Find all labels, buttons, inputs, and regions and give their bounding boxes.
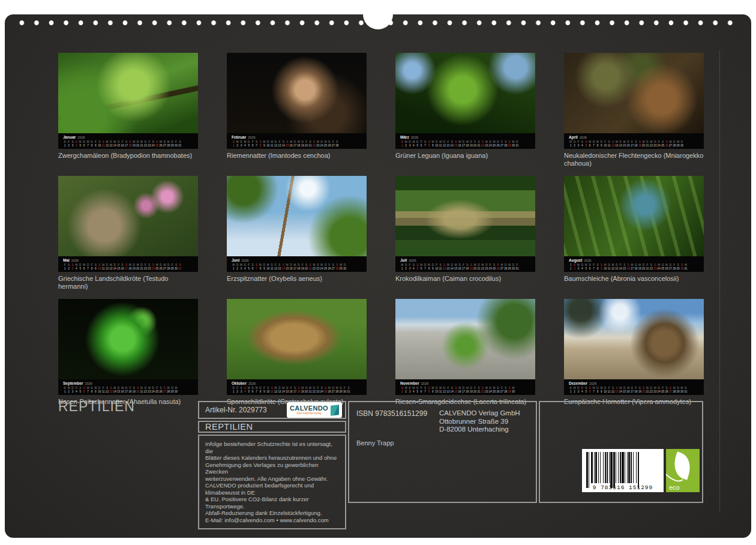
ean-barcode: 9 783516 151299 [582,449,664,492]
mini-calendar-strip: Januar2026 DFSSMDMDFSSMDMDFSSMDMDFSSMDMD… [58,133,198,149]
month-thumbnail: März2026 SMDMDFSSMDMDFSSMDMDFSSMDMDFSSMD… [395,53,535,167]
weekday-row: FSSMDMDFSSMDMDFSSMDMDFSSMDMDFSS [63,263,193,266]
mini-calendar-header: Juni2026 [232,258,362,263]
mini-calendar-header: Juli2026 [400,258,530,263]
month-label: Mai [63,258,70,262]
barcode-bars [586,452,659,483]
weekday-row: SSMDMDFSSMDMDFSSMDMDFSSMDMDFSSM [569,263,699,266]
year-label: 2026 [71,259,79,262]
dates-row: 1234567891011121314151617181920212223242… [232,267,362,270]
month-label: November [400,381,419,385]
month-label: Februar [232,135,246,139]
month-photo [227,299,367,379]
photo-caption: Grüner Leguan (Iguana iguana) [395,152,535,160]
photo-caption: Zwergchamäleon (Bradypodion thamnobates) [58,152,198,160]
month-photo [395,299,535,379]
weekday-row: DMDFSSMDMDFSSMDMDFSSMDMDFSSMDMD [569,387,699,390]
weekday-row: DFSSMDMDFSSMDMDFSSMDMDFSSMDMDFS [232,387,362,390]
photo-caption: Erzspitznatter (Oxybelis aeneus) [227,275,367,283]
photo-caption: Baumschleiche (Abronia vasconcelosii) [564,275,704,283]
mini-calendar-strip: Oktober2026 DFSSMDMDFSSMDMDFSSMDMDFSSMDM… [227,379,367,395]
year-label: 2026 [411,136,418,139]
article-number: Artikel-Nr. 2029773 [205,406,267,414]
mini-calendar-strip: Dezember2026 DMDFSSMDMDFSSMDMDFSSMDMDFSS… [564,379,704,395]
dates-row: 1234567891011121314151617181920212223242… [232,144,362,147]
weekday-row: MDMDFSSMDMDFSSMDMDFSSMDMDFSSMD [232,263,362,266]
calvendo-book-icon [331,405,339,415]
publisher-box: ISBN 9783516151299 CALVENDO Verlag GmbH … [348,401,537,503]
month-label: August [569,258,582,262]
mini-calendar-strip: Februar2026 SMDMDFSSMDMDFSSMDMDFSSMDMDFS… [227,133,367,149]
mini-calendar-header: April2026 [569,135,699,140]
calvendo-logo-text: CALVENDO Dein Kalenderverlag [290,405,328,415]
mini-calendar-strip: Mai2026 FSSMDMDFSSMDMDFSSMDMDFSSMDMDFSS … [58,256,198,272]
year-label: 2026 [85,382,92,385]
weekday-row: DFSSMDMDFSSMDMDFSSMDMDFSSMDMDFS [63,140,193,143]
month-photo [227,176,367,256]
weekday-row: SMDMDFSSMDMDFSSMDMDFSSMDMDFSSMD [400,140,530,143]
month-label: Juni [232,258,239,262]
month-photo [395,53,535,133]
dates-row: 1234567891011121314151617181920212223242… [569,144,699,147]
dates-row: 1234567891011121314151617181920212223242… [63,267,193,270]
imprint-section: Artikel-Nr. 2029773 CALVENDO Dein Kalend… [198,401,703,503]
legal-text-box: Infolge bestehender Schutzrechte ist es … [198,435,346,529]
month-photo [564,299,704,379]
weekday-row: SMDMDFSSMDMDFSSMDMDFSSMDMDFSSM [400,387,530,390]
month-photo [58,299,198,379]
dates-row: 1234567891011121314151617181920212223242… [400,144,530,147]
page-stack-edge [719,50,721,511]
month-photo [227,53,367,133]
mini-calendar-strip: August2026 SSMDMDFSSMDMDFSSMDMDFSSMDMDFS… [564,256,704,272]
mini-calendar-header: September2026 [63,381,193,386]
product-title-box: REPTILIEN [198,421,346,433]
dates-row: 1234567891011121314151617181920212223242… [569,267,699,270]
product-title: REPTILIEN [205,422,253,432]
month-label: Oktober [232,381,247,385]
barcode-digits: 9 783516 151299 [586,484,659,491]
month-photo [564,53,704,133]
photo-caption: Krokodilkaiman (Caiman crocodilus) [395,275,535,283]
month-thumbnail: Juli2026 MDFSSMDMDFSSMDMDFSSMDMDFSSMDMDF… [395,176,535,291]
month-photo [564,176,704,256]
photo-caption: Riemennatter (Imantodes cenchoa) [227,152,367,160]
calvendo-logo: CALVENDO Dein Kalenderverlag [287,402,342,418]
calendar-back-page: Januar2026 DFSSMDMDFSSMDMDFSSMDMDFSSMDMD… [5,14,751,538]
imprint-left-column: Artikel-Nr. 2029773 CALVENDO Dein Kalend… [198,401,346,503]
mini-calendar-header: Mai2026 [63,258,193,263]
dates-row: 1234567891011121314151617181920212223242… [400,390,530,393]
month-thumbnail: August2026 SSMDMDFSSMDMDFSSMDMDFSSMDMDFS… [564,176,704,291]
mini-calendar-header: August2026 [569,258,699,263]
dates-row: 1234567891011121314151617181920212223242… [232,390,362,393]
dates-row: 1234567891011121314151617181920212223242… [63,390,193,393]
month-thumbnail: April2026 MDFSSMDMDFSSMDMDFSSMDMDFSSMDMD… [564,53,704,167]
barcode-box: 9 783516 151299 eco [539,401,703,503]
mini-calendar-strip: April2026 MDFSSMDMDFSSMDMDFSSMDMDFSSMDMD… [564,133,704,149]
year-label: 2026 [241,259,248,262]
month-label: April [569,135,578,139]
publisher-address: CALVENDO Verlag GmbH Ottobrunner Straße … [439,409,520,434]
month-label: Januar [63,135,76,139]
dates-row: 1234567891011121314151617181920212223242… [400,267,530,270]
mini-calendar-strip: November2026 SMDMDFSSMDMDFSSMDMDFSSMDMDF… [395,379,535,395]
month-photo [58,53,198,133]
photo-caption: Neukaledonischer Flechtengecko (Mniaroge… [564,152,704,167]
weekday-row: MDFSSMDMDFSSMDMDFSSMDMDFSSMDMDF [400,263,530,266]
calendar-title: REPTILIEN [58,399,135,415]
month-thumbnail: Oktober2026 DFSSMDMDFSSMDMDFSSMDMDFSSMDM… [227,299,367,406]
year-label: 2026 [77,136,85,139]
month-thumbnail: November2026 SMDMDFSSMDMDFSSMDMDFSSMDMDF… [395,299,535,406]
mini-calendar-strip: März2026 SMDMDFSSMDMDFSSMDMDFSSMDMDFSSMD… [395,133,535,149]
mini-calendar-header: Januar2026 [63,135,193,140]
year-label: 2026 [421,382,428,385]
month-photo [58,176,198,256]
mini-calendar-strip: September2026 DMDFSSMDMDFSSMDMDFSSMDMDFS… [58,379,198,395]
month-label: September [63,381,83,385]
barcode-row: 9 783516 151299 eco [582,449,700,492]
mini-calendar-header: November2026 [400,381,530,386]
month-thumbnail-grid: Januar2026 DFSSMDMDFSSMDMDFSSMDMDFSSMDMD… [58,53,704,406]
eco-label: eco [669,484,680,491]
month-thumbnail: Dezember2026 DMDFSSMDMDFSSMDMDFSSMDMDFSS… [564,299,704,406]
month-thumbnail: Mai2026 FSSMDMDFSSMDMDFSSMDMDFSSMDMDFSS … [58,176,198,291]
hanger-hole [363,0,393,29]
